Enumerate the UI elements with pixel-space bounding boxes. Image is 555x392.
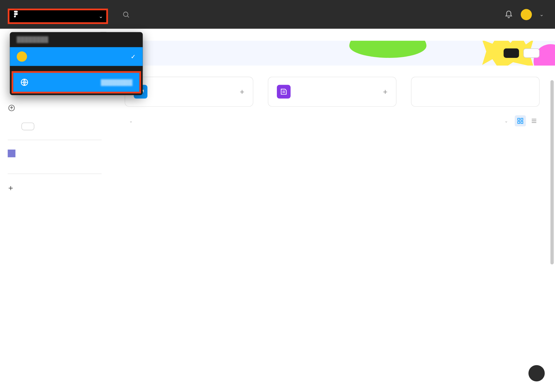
avatar[interactable] (521, 9, 532, 20)
new-figjam-file-card[interactable]: + (268, 77, 396, 107)
team-icon (8, 150, 15, 157)
svg-rect-5 (521, 118, 523, 120)
grid-view-button[interactable] (515, 115, 526, 126)
chevron-down-icon: ⌄ (129, 118, 133, 123)
sidebar-project[interactable] (8, 159, 101, 164)
figma-logo-icon (13, 11, 20, 22)
dropdown-arrow (100, 32, 107, 33)
breadcrumb (109, 29, 555, 41)
new-design-file-card[interactable]: + (125, 77, 253, 107)
close-button[interactable] (523, 48, 539, 58)
search[interactable] (109, 10, 504, 18)
filter-row: ⌄ ⌄ (109, 107, 555, 131)
community-email: ████████ (101, 79, 133, 86)
file-grid (109, 131, 555, 148)
plus-icon: + (240, 87, 244, 96)
figjam-file-icon (277, 85, 291, 99)
divider (8, 140, 101, 140)
notifications-icon[interactable] (504, 10, 513, 19)
plus-icon: + (383, 87, 387, 96)
plus-icon (8, 185, 14, 191)
search-input[interactable] (137, 10, 351, 18)
upgrade-block (8, 101, 101, 120)
svg-point-0 (123, 12, 128, 16)
chevron-down-icon: ⌄ (504, 118, 508, 123)
upgrade-button[interactable] (21, 122, 34, 130)
chevron-down-icon: ⌄ (99, 13, 103, 19)
check-icon: ✓ (131, 53, 136, 60)
search-icon (122, 10, 130, 18)
upgrade-icon (8, 104, 15, 112)
scrollbar[interactable] (550, 80, 554, 264)
globe-icon (20, 78, 29, 87)
create-team-button[interactable] (8, 185, 101, 191)
account-dropdown: ████████ ✓ ████████ (10, 32, 143, 95)
chevron-down-icon[interactable]: ⌄ (539, 11, 544, 17)
import-icon (420, 85, 434, 99)
dropdown-email-header: ████████ (10, 32, 143, 47)
register-button[interactable] (504, 48, 519, 58)
account-switcher[interactable]: ⌄ (0, 0, 109, 29)
topbar-right: ⌄ (504, 9, 555, 20)
avatar (17, 51, 27, 62)
community-highlight: ████████ (12, 71, 141, 94)
topbar: ⌄ ⌄ (0, 0, 555, 29)
dropdown-account-row[interactable]: ✓ (10, 47, 143, 66)
main: + + ⌄ ⌄ (109, 29, 555, 392)
config-banner (109, 41, 555, 66)
svg-line-1 (127, 16, 129, 17)
svg-rect-6 (518, 122, 520, 124)
import-file-card[interactable] (411, 77, 539, 107)
divider (10, 66, 143, 71)
account-switcher-highlight: ⌄ (8, 9, 108, 24)
help-button[interactable] (528, 365, 545, 381)
action-row: + + (125, 65, 539, 107)
svg-rect-7 (521, 122, 523, 124)
divider (8, 174, 101, 174)
svg-rect-4 (518, 118, 520, 120)
dropdown-community-row[interactable]: ████████ (13, 73, 140, 92)
sidebar-team[interactable] (8, 148, 101, 159)
list-view-button[interactable] (528, 115, 540, 126)
decoration (349, 41, 426, 58)
